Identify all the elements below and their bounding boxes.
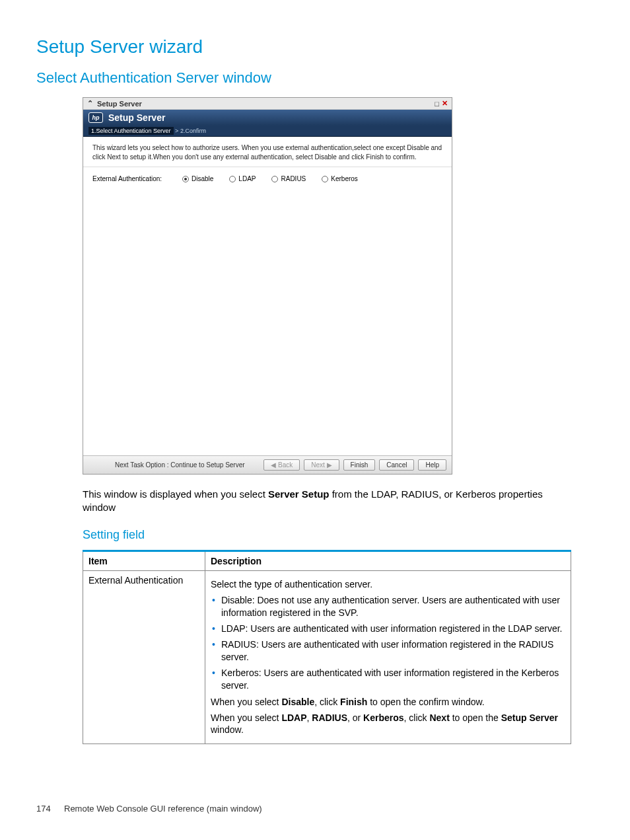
page-number: 174 [36,804,56,814]
radio-ldap-label: LDAP [238,175,256,182]
caption-text: This window is displayed when you select… [83,488,558,515]
wizard-steps: 1.Select Authentication Server > 2.Confi… [83,126,452,137]
wizard-body: This wizard lets you select how to autho… [83,137,452,474]
radio-ldap[interactable]: LDAP [229,175,256,182]
list-item: Disable: Does not use any authentication… [211,594,565,619]
radio-kerberos[interactable]: Kerberos [322,175,358,182]
list-item: LDAP: Users are authenticated with user … [211,623,565,635]
section-heading: Setting field [83,528,587,542]
next-button[interactable]: Next ▶ [304,459,339,471]
radio-radius[interactable]: RADIUS [271,175,306,182]
wizard-footer: Next Task Option : Continue to Setup Ser… [83,455,452,474]
titlebar-text: Setup Server [97,100,142,108]
footer-text: Remote Web Console GUI reference (main w… [64,804,262,814]
radio-disable-label: Disable [192,175,213,182]
col-item: Item [83,551,205,570]
cancel-button[interactable]: Cancel [379,459,414,471]
wizard-header-text: Setup Server [108,112,165,123]
radio-icon [182,176,189,182]
hp-logo-icon: hp [88,112,103,123]
finish-button[interactable]: Finish [343,459,376,471]
step-2: 2.Confirm [180,128,206,134]
radio-icon [322,176,328,182]
cell-description: Select the type of authentication server… [205,570,571,744]
wizard-header: hp Setup Server [83,110,452,126]
page-title: Setup Server wizard [36,36,587,57]
radio-disable[interactable]: Disable [182,175,213,182]
maximize-icon[interactable]: □ [435,100,439,108]
close-icon[interactable]: ✕ [442,99,448,108]
radio-kerberos-label: Kerberos [331,175,358,182]
page-subtitle: Select Authentication Server window [36,69,587,87]
radio-icon [271,176,278,182]
cell-item: External Authentication [83,570,205,744]
back-button[interactable]: ◀ Back [263,459,300,471]
step-separator: > [175,128,178,134]
radio-radius-label: RADIUS [281,175,306,182]
list-item: RADIUS: Users are authenticated with use… [211,638,565,664]
wizard-titlebar: ⌃ Setup Server □ ✕ [83,98,452,110]
external-auth-label: External Authentication: [92,175,178,182]
help-button[interactable]: Help [418,459,446,471]
page-footer: 174 Remote Web Console GUI reference (ma… [36,804,587,814]
wizard-form-row: External Authentication: Disable LDAP RA… [83,167,452,190]
screenshot-panel: ⌃ Setup Server □ ✕ hp Setup Server 1.Sel… [83,97,452,475]
wizard-instruction: This wizard lets you select how to autho… [83,137,452,167]
step-1: 1.Select Authentication Server [88,127,174,135]
setting-table: Item Description External Authentication… [83,550,571,745]
collapse-icon[interactable]: ⌃ [87,99,93,108]
table-row: External Authentication Select the type … [83,570,571,744]
next-task-option: Next Task Option : Continue to Setup Ser… [88,461,260,469]
col-description: Description [205,551,571,570]
list-item: Kerberos: Users are authenticated with u… [211,667,565,692]
radio-icon [229,176,236,182]
